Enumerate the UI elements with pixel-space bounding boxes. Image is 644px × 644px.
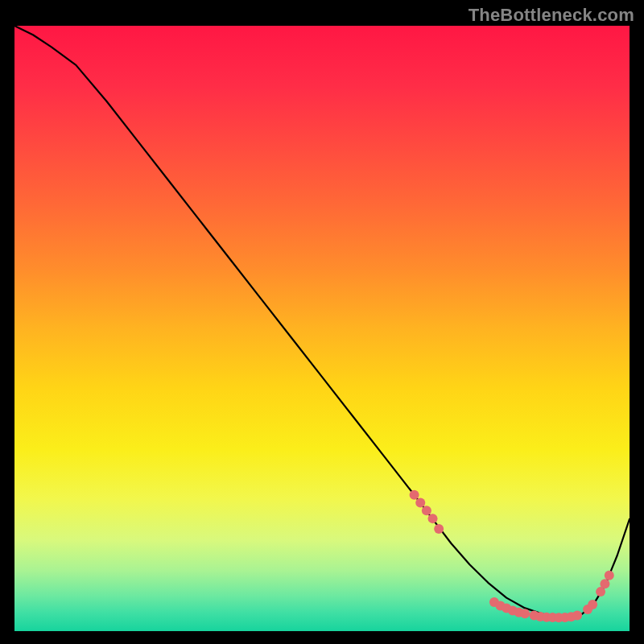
gradient-background: [14, 26, 630, 631]
watermark-text: TheBottleneck.com: [469, 5, 634, 26]
chart-svg: [14, 26, 630, 631]
data-marker: [428, 514, 438, 523]
data-marker: [600, 579, 609, 588]
chart-container: TheBottleneck.com: [0, 0, 644, 644]
data-marker: [588, 600, 597, 609]
data-marker: [520, 609, 530, 618]
data-marker: [572, 610, 582, 620]
data-marker: [415, 498, 425, 508]
data-marker: [422, 506, 431, 515]
data-marker: [410, 490, 419, 500]
data-marker: [605, 571, 614, 580]
data-marker: [434, 524, 444, 534]
